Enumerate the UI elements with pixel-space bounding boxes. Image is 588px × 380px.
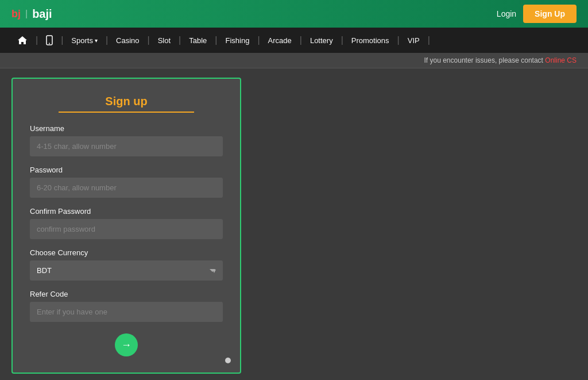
form-title: Sign up xyxy=(30,95,223,108)
password-input[interactable] xyxy=(30,178,223,198)
sidebar-item-lottery[interactable]: Lottery xyxy=(302,28,341,53)
dot-indicator xyxy=(225,358,231,363)
main-nav: | | Sports ▾ | Casino | Slot | Table | F… xyxy=(0,28,588,53)
chevron-down-icon: ▾ xyxy=(95,37,98,44)
confirm-password-group: Confirm Password xyxy=(30,207,223,239)
confirm-password-label: Confirm Password xyxy=(30,207,223,216)
sidebar-item-fishing[interactable]: Fishing xyxy=(217,28,257,53)
currency-label: Choose Currency xyxy=(30,248,223,257)
logo-bj: bj xyxy=(11,8,21,20)
alert-bar: If you encounter issues, please contact … xyxy=(0,53,588,68)
sidebar-item-promotions[interactable]: Promotions xyxy=(343,28,397,53)
logo: bj | baji xyxy=(11,7,52,21)
form-title-underline xyxy=(59,112,194,113)
header-actions: Login Sign Up xyxy=(497,5,577,23)
sidebar-item-table[interactable]: Table xyxy=(181,28,215,53)
currency-group: Choose Currency BDT USD EUR INR ▾ xyxy=(30,248,223,281)
confirm-password-input[interactable] xyxy=(30,219,223,239)
home-icon xyxy=(17,36,28,45)
main-content: Sign up Username Password Confirm Passwo… xyxy=(0,68,588,378)
svg-point-1 xyxy=(49,43,50,44)
phone-icon xyxy=(46,35,53,45)
nav-divider-11: | xyxy=(428,35,430,45)
logo-bj-red: bj xyxy=(11,8,21,20)
nav-home[interactable] xyxy=(9,28,36,53)
signup-form-card: Sign up Username Password Confirm Passwo… xyxy=(11,78,241,374)
sidebar-item-vip[interactable]: VIP xyxy=(400,28,428,53)
login-button[interactable]: Login xyxy=(497,9,516,18)
currency-select-wrapper: BDT USD EUR INR ▾ xyxy=(30,260,223,281)
nav-mobile[interactable] xyxy=(38,28,61,53)
sidebar-item-arcade[interactable]: Arcade xyxy=(260,28,300,53)
sidebar-item-slot[interactable]: Slot xyxy=(150,28,179,53)
currency-select[interactable]: BDT USD EUR INR xyxy=(30,260,223,281)
password-label: Password xyxy=(30,166,223,174)
username-input[interactable] xyxy=(30,136,223,156)
refer-code-input[interactable] xyxy=(30,302,223,322)
sidebar-item-casino[interactable]: Casino xyxy=(108,28,147,53)
contact-cs-link[interactable]: Online CS xyxy=(545,56,577,64)
refer-code-label: Refer Code xyxy=(30,290,223,298)
arrow-right-icon: → xyxy=(121,339,131,351)
logo-baji: baji xyxy=(32,7,52,21)
next-button[interactable]: → xyxy=(115,333,138,356)
username-group: Username xyxy=(30,124,223,156)
signup-button[interactable]: Sign Up xyxy=(523,5,577,23)
header: bj | baji Login Sign Up xyxy=(0,0,588,28)
username-label: Username xyxy=(30,124,223,133)
password-group: Password xyxy=(30,166,223,198)
logo-divider: | xyxy=(25,9,28,19)
sidebar-item-sports[interactable]: Sports ▾ xyxy=(63,28,106,53)
refer-code-group: Refer Code xyxy=(30,290,223,322)
